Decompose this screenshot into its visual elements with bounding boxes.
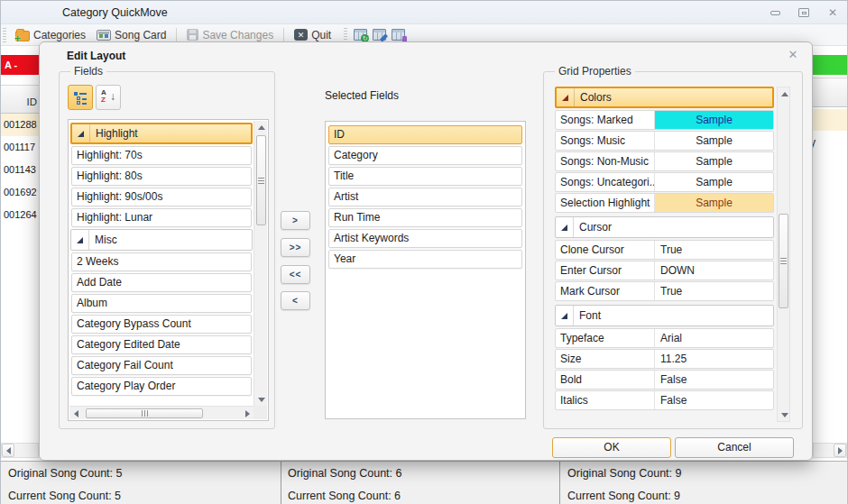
grid-columns-button[interactable] [389,27,408,42]
toolbar-grip[interactable] [344,28,347,42]
song-row[interactable]: 001117 [1,136,39,159]
field-item[interactable]: Category Bypass Count [71,315,252,334]
property-value[interactable]: DOWN [655,261,773,279]
font-section-header[interactable]: Font [555,305,774,326]
property-row[interactable]: Songs: Uncategori... Sample [555,172,774,192]
color-sample-swatch[interactable]: Sample [655,194,773,212]
selected-field-item[interactable]: Artist [328,188,522,206]
field-item[interactable]: Album [71,294,252,313]
field-item[interactable]: Add Date [71,273,252,292]
move-all-left-button[interactable]: << [281,265,310,284]
scroll-up-button[interactable] [254,121,268,133]
property-row[interactable]: Selection Highlight Sample [555,193,774,213]
ok-button[interactable]: OK [552,437,671,458]
property-row[interactable]: Songs: Non-Music Sample [555,151,774,171]
scroll-right-button[interactable] [241,407,253,420]
property-row[interactable]: Songs: Music Sample [555,131,774,151]
field-group-label: Highlight [90,124,251,142]
scroll-down-button[interactable] [254,393,268,406]
categories-button[interactable]: Categories [10,27,91,43]
selected-field-item[interactable]: Run Time [328,208,522,227]
scroll-up-button[interactable] [778,87,791,100]
field-item[interactable]: 2 Weeks [71,252,252,271]
scroll-left-button[interactable] [2,444,14,457]
sort-az-button[interactable]: AZ↓ [96,85,121,110]
property-row[interactable]: Enter Cursor DOWN [555,261,774,280]
collapse-section-button[interactable] [556,217,574,237]
property-value[interactable]: False [655,371,773,389]
color-sample-swatch[interactable]: Sample [655,132,773,150]
song-card-button[interactable]: Song Card [91,27,171,43]
selected-field-item[interactable]: Category [328,146,522,165]
color-sample-swatch[interactable]: Sample [655,173,773,191]
field-item[interactable]: Highlight: 90s/00s [71,188,252,206]
field-item[interactable]: Highlight: Lunar [71,208,252,227]
field-item[interactable]: Category Play Order [71,377,252,396]
id-column-header[interactable]: ID [1,85,39,114]
expanded-triangle-icon [561,225,567,231]
collapse-section-button[interactable] [557,88,575,106]
toolbar-grip[interactable] [3,28,6,42]
field-group-misc[interactable]: Misc [70,229,253,251]
save-changes-button[interactable]: Save Changes [181,27,279,43]
property-row[interactable]: Bold False [555,370,774,389]
color-sample-swatch[interactable]: Sample [655,152,773,170]
scroll-left-button[interactable] [69,407,82,420]
property-value[interactable]: Arial [655,329,773,347]
selected-field-item[interactable]: Year [328,250,522,269]
colors-section-header[interactable]: Colors [555,87,774,108]
selected-field-item[interactable]: Artist Keywords [328,229,522,248]
minimize-button[interactable] [764,5,786,20]
dialog-close-button[interactable]: ✕ [785,47,801,63]
scrollbar-thumb[interactable] [256,135,266,225]
song-row[interactable]: 001692 [1,181,39,204]
scrollbar-thumb[interactable] [86,408,203,418]
property-value[interactable]: False [655,391,773,409]
field-item[interactable]: Category Edited Date [71,335,252,354]
right-column-header[interactable] [809,78,847,107]
collapse-section-button[interactable] [556,306,574,325]
song-row[interactable]: 001288 [1,114,39,136]
property-row[interactable]: Clone Cursor True [555,240,774,260]
fields-vertical-scrollbar[interactable] [253,121,267,406]
cancel-button[interactable]: Cancel [675,437,794,458]
field-item[interactable]: Highlight: 70s [71,146,252,165]
maximize-button[interactable] [793,5,815,20]
collapse-group-button[interactable] [72,124,90,142]
song-row[interactable]: 001143 [1,159,39,181]
scrollbar-thumb[interactable] [779,214,788,308]
close-icon: ✕ [828,6,837,19]
property-row[interactable]: Mark Cursor True [555,281,774,301]
property-value[interactable]: 11.25 [655,350,773,368]
categorized-view-button[interactable] [68,85,93,110]
property-value[interactable]: True [655,241,773,259]
cursor-section-header[interactable]: Cursor [555,216,774,238]
quit-button[interactable]: ✕ Quit [289,27,336,43]
left-arrow-icon [6,447,11,454]
grid-refresh-button[interactable]: ↻ [351,27,370,42]
scroll-right-button[interactable] [834,444,846,457]
collapse-group-button[interactable] [71,230,89,250]
scroll-down-button[interactable] [778,408,791,421]
field-group-highlight[interactable]: Highlight [70,123,253,144]
selected-field-item[interactable]: ID [328,125,522,144]
grid-edit-layout-button[interactable] [370,27,389,42]
property-row[interactable]: Typeface Arial [555,328,774,348]
move-right-button[interactable]: > [281,211,310,230]
color-sample-swatch[interactable]: Sample [655,111,773,129]
move-all-right-button[interactable]: >> [281,238,310,257]
property-row[interactable]: Songs: Marked Sample [555,110,774,130]
move-left-button[interactable]: < [281,291,310,310]
song-row[interactable]: 001264 [1,204,39,226]
field-item[interactable]: Highlight: 80s [71,167,252,186]
properties-vertical-scrollbar[interactable] [777,87,790,422]
property-row[interactable]: Italics False [555,390,774,410]
close-button[interactable]: ✕ [822,5,843,20]
field-item[interactable]: Category Fail Count [71,356,252,375]
category-band-left[interactable]: A - POW [1,55,39,75]
song-row-right[interactable] [809,109,847,131]
fields-horizontal-scrollbar[interactable] [69,406,253,419]
selected-field-item[interactable]: Title [328,167,522,186]
property-value[interactable]: True [655,282,773,300]
property-row[interactable]: Size 11.25 [555,349,774,369]
